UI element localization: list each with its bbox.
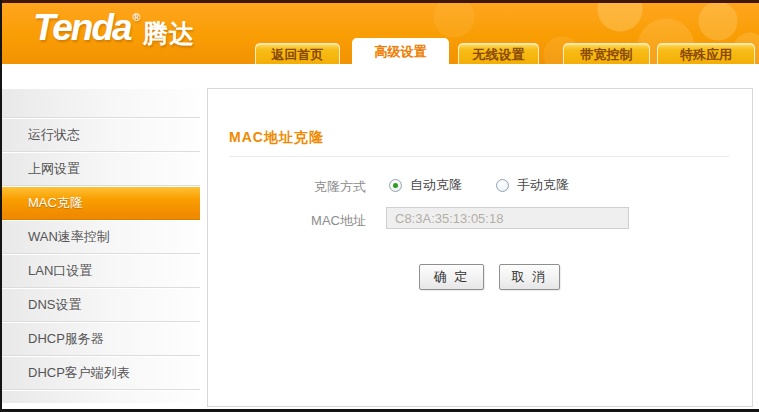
clone-mode-radio-group: 自动克隆 手动克隆 xyxy=(389,176,569,194)
tab-special-applications[interactable]: 特殊应用 xyxy=(657,43,755,64)
page-title: MAC地址克隆 xyxy=(229,129,324,147)
sidebar-nav: 运行状态 上网设置 MAC克隆 WAN速率控制 LAN口设置 DNS设置 DHC… xyxy=(2,88,200,403)
tenda-logo: Tenda ® 腾达 xyxy=(33,9,195,50)
tab-wireless-settings[interactable]: 无线设置 xyxy=(458,43,539,64)
sidebar-item-dhcp-client-list[interactable]: DHCP客户端列表 xyxy=(2,356,200,390)
sidebar-item-dns-settings[interactable]: DNS设置 xyxy=(2,288,200,322)
tenda-logo-chinese: 腾达 xyxy=(143,17,195,50)
tab-bandwidth-control[interactable]: 带宽控制 xyxy=(563,43,650,64)
header-banner: Tenda ® 腾达 返回首页 高级设置 无线设置 带宽控制 特殊应用 xyxy=(2,3,759,64)
manual-clone-radio[interactable] xyxy=(496,179,509,192)
manual-clone-radio-label[interactable]: 手动克隆 xyxy=(517,176,569,194)
tenda-logo-wordmark: Tenda xyxy=(33,9,131,47)
auto-clone-radio[interactable] xyxy=(389,179,402,192)
auto-clone-radio-label[interactable]: 自动克隆 xyxy=(410,176,462,194)
main-content-panel: MAC地址克隆 克隆方式 自动克隆 手动克隆 MAC地址 确 定 取 消 xyxy=(207,88,753,407)
sidebar-spacer-bottom xyxy=(2,390,200,403)
tab-advanced-settings[interactable]: 高级设置 xyxy=(352,38,449,64)
window-left-border xyxy=(0,0,2,412)
window-top-border xyxy=(0,0,759,3)
tenda-router-admin-page: Tenda ® 腾达 返回首页 高级设置 无线设置 带宽控制 特殊应用 运行状态… xyxy=(0,0,759,412)
cancel-button[interactable]: 取 消 xyxy=(499,264,560,290)
sidebar-item-dhcp-server[interactable]: DHCP服务器 xyxy=(2,322,200,356)
sidebar-item-internet-settings[interactable]: 上网设置 xyxy=(2,152,200,186)
mac-address-label: MAC地址 xyxy=(208,212,366,230)
tab-home[interactable]: 返回首页 xyxy=(255,43,340,64)
ok-button[interactable]: 确 定 xyxy=(419,264,484,290)
registered-trademark-icon: ® xyxy=(133,11,141,23)
sidebar-item-running-status[interactable]: 运行状态 xyxy=(2,118,200,152)
clone-mode-label: 克隆方式 xyxy=(208,178,366,196)
sidebar-item-mac-clone[interactable]: MAC克隆 xyxy=(2,186,200,220)
mac-address-input[interactable] xyxy=(386,207,629,229)
title-divider xyxy=(229,156,729,157)
sidebar-item-wan-rate-control[interactable]: WAN速率控制 xyxy=(2,220,200,254)
sidebar-item-lan-settings[interactable]: LAN口设置 xyxy=(2,254,200,288)
sidebar-spacer-top xyxy=(2,88,200,118)
